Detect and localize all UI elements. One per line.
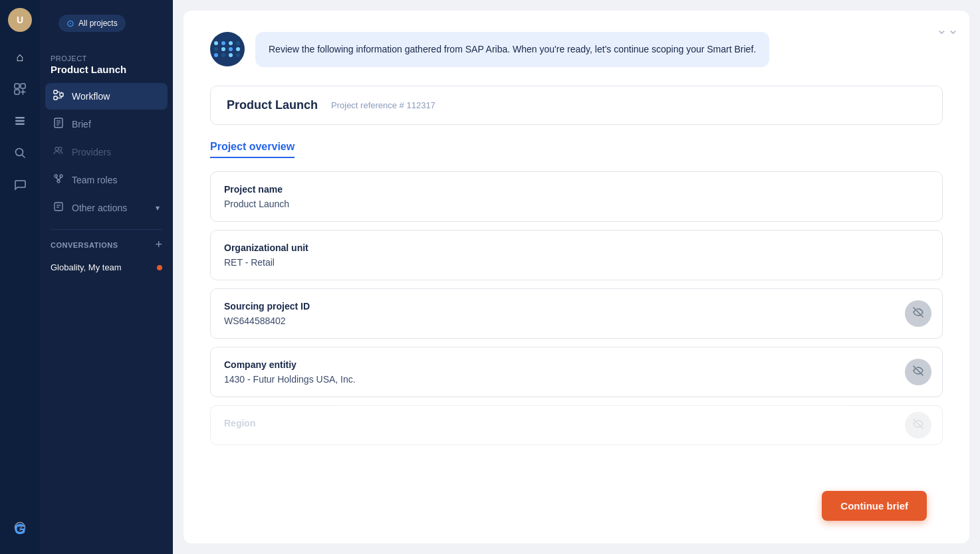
svg-point-27 (57, 180, 60, 183)
all-projects-label: All projects (78, 19, 118, 28)
svg-line-29 (59, 177, 61, 180)
sidebar-divider (51, 229, 162, 230)
hide-company-entity-button[interactable] (905, 359, 931, 385)
team-roles-icon (53, 173, 65, 187)
field-card-project-name: Project name Product Launch (210, 171, 943, 222)
field-label-company-entity: Company entitiy (224, 359, 929, 370)
unread-dot (157, 265, 162, 270)
other-actions-icon (53, 201, 65, 215)
svg-point-23 (55, 147, 59, 151)
sidebar-header: Project Product Launch (40, 43, 173, 83)
svg-line-28 (56, 177, 59, 180)
add-project-icon[interactable] (7, 76, 33, 102)
conversation-label: Globality, My team (51, 262, 122, 272)
brief-icon (53, 118, 65, 131)
project-ref: Project reference # 112317 (331, 100, 435, 110)
sidebar-item-brief-label: Brief (72, 119, 91, 130)
svg-rect-0 (15, 84, 19, 88)
section-heading: Project overview (210, 141, 943, 171)
svg-rect-1 (21, 84, 25, 88)
svg-point-25 (55, 175, 57, 177)
main-area: ⌄⌄ Review (173, 0, 980, 554)
bot-avatar-dots (214, 41, 241, 57)
section-heading-text: Project overview (210, 141, 295, 158)
sidebar-item-providers[interactable]: Providers (45, 139, 168, 165)
eye-off-icon-3 (912, 418, 924, 432)
field-card-sourcing-id: Sourcing project ID WS644588402 (210, 288, 943, 339)
field-label-project-name: Project name (224, 184, 929, 195)
bot-message: Review the following information gathere… (269, 44, 756, 54)
field-value-company-entity: 1430 - Futur Holdings USA, Inc. (224, 374, 929, 385)
continue-brief-button[interactable]: Continue brief (822, 491, 927, 521)
field-label-sourcing-id: Sourcing project ID (224, 301, 929, 312)
providers-icon (53, 145, 65, 159)
eye-off-icon-2 (912, 365, 924, 379)
sidebar-item-providers-label: Providers (72, 147, 111, 157)
content-panel: ⌄⌄ Review (184, 11, 969, 543)
field-label-org-unit: Organizational unit (224, 242, 929, 253)
field-card-region: Region (210, 405, 943, 445)
workflow-icon (53, 90, 65, 103)
svg-rect-2 (15, 90, 19, 94)
bot-avatar (210, 32, 245, 66)
add-conversation-button[interactable]: + (155, 238, 162, 252)
home-icon[interactable]: ⌂ (7, 44, 33, 70)
svg-rect-12 (54, 90, 57, 94)
all-projects-icon: ⊙ (66, 18, 74, 29)
chat-icon[interactable] (7, 171, 33, 198)
search-icon[interactable] (7, 139, 33, 166)
conversations-header: CONVERSATIONS + (51, 238, 162, 252)
field-value-project-name: Product Launch (224, 199, 929, 209)
svg-point-8 (16, 149, 23, 156)
sidebar-item-brief[interactable]: Brief (45, 111, 168, 138)
svg-point-24 (59, 147, 62, 151)
svg-rect-14 (60, 93, 63, 96)
svg-point-26 (60, 175, 62, 177)
sidebar-item-other-actions[interactable]: Other actions ▾ (45, 195, 168, 221)
hide-region-button[interactable] (905, 412, 931, 438)
sidebar-item-other-actions-label: Other actions (72, 203, 127, 213)
sidebar-nav: Workflow Brief (40, 83, 173, 221)
list-icon[interactable] (7, 108, 33, 134)
sidebar-item-workflow[interactable]: Workflow (45, 83, 168, 110)
chat-intro: Review the following information gathere… (210, 32, 943, 67)
svg-rect-6 (15, 120, 25, 122)
chevron-down-icon: ▾ (156, 203, 160, 213)
project-card-title: Product Launch (227, 98, 318, 112)
sidebar: ⊙ All projects Project Product Launch Wo… (40, 0, 173, 554)
sidebar-item-team-roles-label: Team roles (72, 175, 117, 185)
project-card-header: Product Launch Project reference # 11231… (210, 86, 943, 125)
icon-rail: U ⌂ ? G (0, 0, 40, 554)
collapse-icon[interactable]: ⌄⌄ (936, 21, 959, 37)
field-label-region: Region (224, 418, 929, 428)
sidebar-item-team-roles[interactable]: Team roles (45, 167, 168, 193)
project-label: Project (51, 54, 162, 62)
chat-bubble: Review the following information gathere… (255, 32, 769, 67)
project-name-sidebar: Product Launch (51, 64, 162, 75)
svg-rect-5 (15, 117, 25, 119)
eye-off-icon (912, 306, 924, 321)
conversation-item[interactable]: Globality, My team (51, 258, 162, 276)
field-card-org-unit: Organizational unit RET - Retail (210, 230, 943, 280)
sidebar-item-workflow-label: Workflow (72, 91, 110, 102)
svg-line-9 (23, 155, 25, 158)
svg-rect-30 (55, 203, 62, 211)
conversations-label: CONVERSATIONS (51, 241, 118, 249)
field-value-sourcing-id: WS644588402 (224, 316, 929, 326)
all-projects-button[interactable]: ⊙ All projects (59, 15, 126, 32)
svg-rect-13 (54, 96, 57, 100)
app-logo: G (0, 521, 40, 538)
field-card-company-entity: Company entitiy 1430 - Futur Holdings US… (210, 347, 943, 397)
user-avatar[interactable]: U (8, 8, 32, 32)
field-value-org-unit: RET - Retail (224, 257, 929, 268)
svg-rect-7 (15, 124, 25, 126)
hide-sourcing-id-button[interactable] (905, 300, 931, 327)
conversations-section: CONVERSATIONS + Globality, My team (40, 238, 173, 276)
